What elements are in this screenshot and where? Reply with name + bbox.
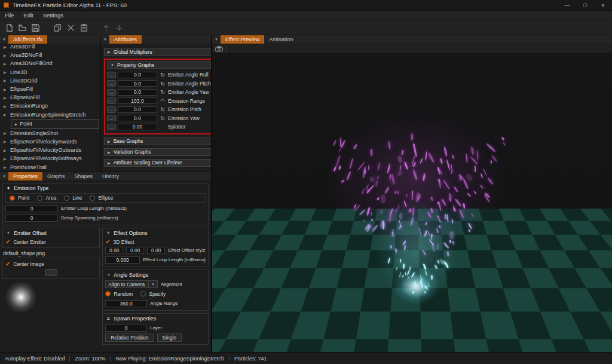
effect-name: EllipseFill [10,86,33,92]
effect-offset-x-input[interactable]: 0.00 [105,247,123,254]
statusbar: Autoplay Effect: Disabled Zoom: 100% Now… [0,352,612,364]
tab-effect-preview[interactable]: Effect Preview [221,35,264,44]
effects-library-panel: ▼ 3dEffects.tfx ▶Area3DFill ▶Area3DNoFil… [0,35,101,172]
effect-name: EllipseNoFillVelocityBothways [10,155,82,161]
attribute-value-input[interactable]: 0.0 [118,106,157,113]
tree-item[interactable]: ▶Line3DGrid [1,77,99,85]
collapse-arrow-icon[interactable]: ▼ [212,35,221,44]
center-image-label: Center Image [13,261,44,267]
graph-options-button[interactable]: ... [107,89,116,96]
graph-options-button[interactable]: ... [107,106,116,113]
save-button[interactable] [30,22,41,33]
collapse-arrow-icon[interactable]: ▼ [0,172,8,181]
radio-random[interactable] [105,291,111,296]
menu-edit[interactable]: Edit [19,11,38,20]
check-icon[interactable]: ✔ [5,261,10,267]
radio-area[interactable] [37,195,42,201]
radio-specify[interactable] [140,291,146,296]
shape-browse-button[interactable]: ... [45,269,57,276]
copy-button[interactable] [52,22,63,33]
tree-item[interactable]: ▶PointNoiseTrail [1,163,99,171]
paste-button[interactable] [78,22,90,33]
graph-options-button[interactable]: ... [107,124,116,130]
effect-offset-z-input[interactable]: 0.00 [147,247,165,254]
section-base-graphs[interactable]: ▶ Base Graphs [104,137,214,145]
rotate-icon: ↻ [159,89,166,95]
delete-button[interactable] [65,22,76,33]
toolbar-separator [227,46,227,52]
tab-graphs[interactable]: Graphs [42,172,70,181]
attribute-value-input[interactable]: 0.0 [118,72,157,78]
tab-animation[interactable]: Animation [264,35,298,44]
tree-item[interactable]: ▶EllipseNoFillVelocityOutwards [1,146,99,154]
tree-item[interactable]: ▶EmissionRange [1,102,99,110]
window-title: TimelineFX Particle Editor Alpha 11 - FP… [13,2,558,8]
tree-item-selected-emitter[interactable]: ● Point [11,120,99,129]
alignment-dropdown[interactable]: Align to Camera ▼ [105,280,158,288]
tree-item[interactable]: ▶EllipseNoFillVelocityInwards [1,137,99,146]
section-variation-graphs[interactable]: ▶ Variation Graphs [104,148,214,156]
effect-loop-length-input[interactable]: 0.000 [105,256,140,264]
radio-line[interactable] [64,195,69,201]
preview-canvas[interactable] [212,54,612,352]
status-particle-count: Particles: 741 [234,356,267,362]
graph-options-button[interactable]: ... [107,80,116,87]
move-up-button[interactable] [100,22,112,33]
relative-position-button[interactable]: Relative Position [105,334,154,342]
tab-shapes[interactable]: Shapes [70,172,98,181]
attribute-value-input[interactable]: 0.0 [118,80,157,87]
tree-item[interactable]: ▶EllipseNoFill [1,93,99,102]
tree-item[interactable]: ▶EmissionRangeSpinningStretch [1,111,99,119]
graph-options-button[interactable]: ... [107,115,116,121]
expand-arrow-icon: ▶ [4,70,8,74]
tab-attributes[interactable]: Attributes [109,35,142,44]
new-file-button[interactable] [4,22,15,33]
close-button[interactable]: × [594,0,612,10]
attribute-value-input[interactable]: 103.0 [118,97,157,104]
layer-input[interactable]: 0 [105,325,147,332]
expand-arrow-icon: ▶ [4,157,8,161]
section-global-multipliers[interactable]: ▶ Global Multipliers [104,48,214,56]
single-button[interactable]: Single [157,334,182,342]
expand-arrow-icon: ▶ [4,139,8,143]
delay-spawning-input[interactable]: 0 [5,215,58,222]
menu-settings[interactable]: Settings [38,11,68,20]
effect-3d-label: 3D Effect [114,239,134,245]
tree-item[interactable]: ▶EllipseFill [1,85,99,93]
section-attribute-scaling[interactable]: ▶ Attribute Scaling Over Lifetime [104,159,214,167]
effect-offset-y-input[interactable]: 0.00 [126,247,144,254]
tree-item[interactable]: ▶Area3DNoFillGrid [1,59,99,68]
shape-preview-image[interactable] [5,281,37,313]
radio-point[interactable] [10,195,15,201]
graph-options-button[interactable]: ... [107,97,116,104]
tree-item[interactable]: ▶Line3D [1,68,99,77]
graph-options-button[interactable]: ... [107,72,116,78]
tree-item[interactable]: ▶Area3DFill [1,42,99,51]
check-icon[interactable]: ✔ [105,239,110,245]
collapse-arrow-icon[interactable]: ▼ [101,35,109,44]
maximize-button[interactable]: □ [576,0,594,10]
attribute-value-input[interactable]: 0.0 [118,115,157,121]
tab-history[interactable]: History [97,172,124,181]
attribute-value-input[interactable]: 0.00 [118,124,157,130]
emitter-name: Point [20,121,32,127]
status-zoom: Zoom: 100% [75,356,105,362]
tab-properties[interactable]: Properties [8,172,42,181]
section-property-graphs[interactable]: ▼ Property Graphs [107,61,211,69]
camera-snapshot-button[interactable] [215,44,223,54]
attribute-value-input[interactable]: 0.0 [118,89,157,96]
menu-file[interactable]: File [0,11,19,20]
radio-ellipse[interactable] [90,195,95,201]
emission-type-icon: ✦ [5,185,11,191]
check-icon[interactable]: ✔ [5,239,10,245]
tree-item[interactable]: ▶EllipseNoFillVelocityBothways [1,154,99,163]
minimize-button[interactable]: — [558,0,576,10]
open-folder-button[interactable] [17,22,28,33]
angle-range-input[interactable]: 360.0 [105,300,147,307]
preview-toolbar [212,44,612,54]
move-down-button[interactable] [114,22,125,33]
tree-item[interactable]: ▶EmissionSingleShot [1,129,99,137]
tree-item[interactable]: ▶Area3DNoFill [1,51,99,59]
emitter-loop-length-input[interactable]: 0 [5,205,58,212]
main-area: ▼ 3dEffects.tfx ▶Area3DFill ▶Area3DNoFil… [0,35,612,352]
